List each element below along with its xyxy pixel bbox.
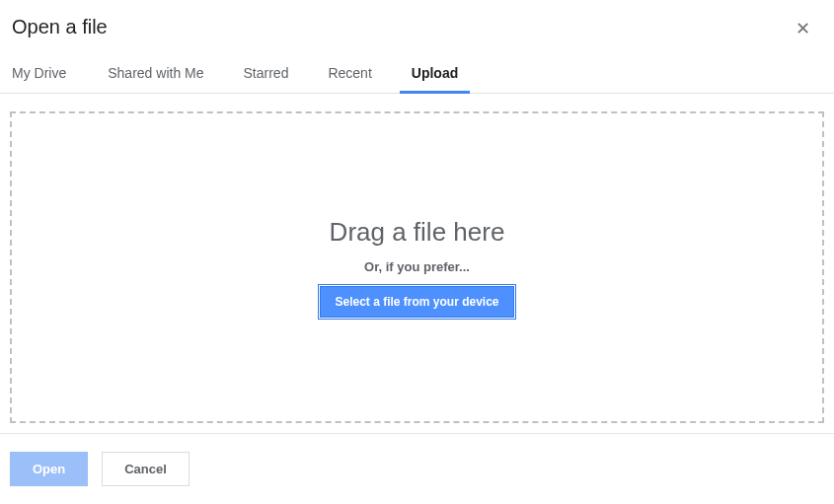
dropzone-or-text: Or, if you prefer...: [364, 259, 470, 274]
tab-label: Upload: [412, 65, 458, 81]
close-icon: ✕: [796, 19, 810, 38]
select-file-button[interactable]: Select a file from your device: [320, 286, 513, 318]
open-button[interactable]: Open: [10, 452, 88, 486]
tab-label: Recent: [328, 65, 371, 81]
tab-my-drive[interactable]: My Drive: [0, 51, 88, 93]
open-file-dialog: Open a file ✕ My Drive Shared with Me St…: [0, 0, 834, 504]
cancel-button[interactable]: Cancel: [102, 452, 190, 486]
tab-label: My Drive: [12, 65, 66, 81]
close-button[interactable]: ✕: [792, 16, 814, 41]
upload-panel: Drag a file here Or, if you prefer... Se…: [0, 94, 834, 433]
tab-label: Shared with Me: [108, 65, 203, 81]
file-dropzone[interactable]: Drag a file here Or, if you prefer... Se…: [10, 111, 824, 423]
dialog-header: Open a file ✕: [0, 0, 834, 51]
dialog-footer: Open Cancel: [0, 433, 834, 504]
tab-label: Starred: [244, 65, 289, 81]
tab-upload[interactable]: Upload: [392, 51, 478, 93]
tab-recent[interactable]: Recent: [308, 51, 391, 93]
tab-starred[interactable]: Starred: [224, 51, 309, 93]
dialog-title: Open a file: [12, 16, 108, 38]
tab-shared-with-me[interactable]: Shared with Me: [88, 51, 223, 93]
dropzone-title: Drag a file here: [330, 217, 505, 248]
tab-bar: My Drive Shared with Me Starred Recent U…: [0, 51, 834, 94]
